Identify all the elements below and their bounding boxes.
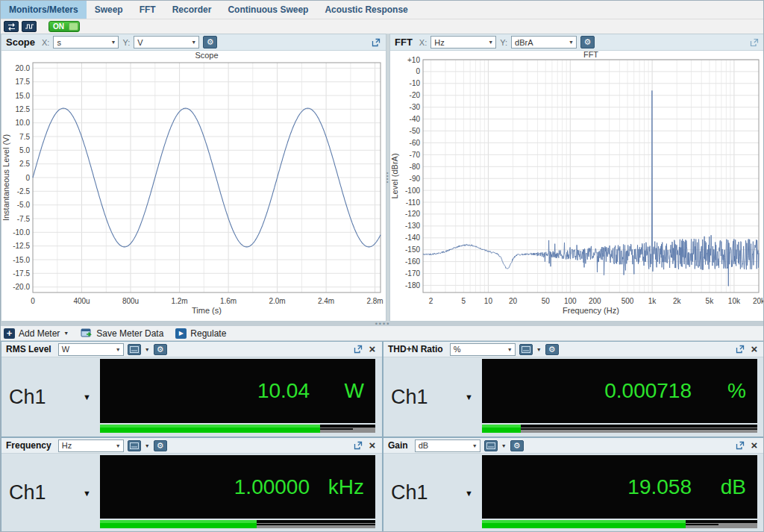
svg-text:0: 0 (416, 67, 420, 75)
gear-icon: ⚙ (548, 345, 556, 354)
tab-acoustic-response[interactable]: Acoustic Response (316, 1, 416, 19)
svg-text:0: 0 (31, 297, 35, 305)
svg-text:500: 500 (621, 297, 634, 305)
gear-icon: ⚙ (157, 441, 164, 451)
channel-select[interactable]: Ch1 ▼ (383, 454, 480, 532)
svg-text:1k: 1k (648, 297, 657, 305)
meter-toolbar: + Add Meter ▼ Save Meter Data ▶ Regulate (1, 326, 764, 341)
meter-bar-peak (257, 524, 375, 525)
scope-chart[interactable]: Scope20.017.515.012.510.07.55.02.50-2.5-… (1, 51, 386, 321)
svg-text:-140: -140 (405, 234, 420, 242)
svg-text:20k: 20k (753, 297, 764, 305)
meter-unit-select[interactable]: Hz ▼ (58, 439, 124, 452)
tab-monitors-meters[interactable]: Monitors/Meters (1, 1, 87, 19)
meter-unit-select[interactable]: % ▼ (450, 343, 516, 356)
fft-chart[interactable]: FFT+100-10-20-30-40-50-60-70-80-90-100-1… (390, 51, 764, 321)
svg-text:1.2m: 1.2m (171, 297, 187, 305)
meter-panel-thdn-ratio: THD+N Ratio % ▼ ▼ ⚙ × Ch1 ▼ (383, 341, 764, 437)
meter-panel-rms-level: RMS Level W ▼ ▼ ⚙ × Ch1 ▼ (1, 341, 383, 437)
generator-waveform-icon[interactable] (22, 21, 37, 32)
meter-bar-fill (100, 425, 320, 433)
scope-panel-header: Scope X: s ▼ Y: V ▼ ⚙ (1, 34, 386, 51)
meter-display: 0.000718 % (482, 359, 757, 423)
meter-body: Ch1 ▼ 19.058 dB (383, 454, 764, 532)
svg-text:15.0: 15.0 (16, 92, 31, 100)
svg-text:-20: -20 (410, 91, 421, 99)
scope-x-unit-select[interactable]: s ▼ (53, 36, 119, 48)
fft-y-unit-select[interactable]: dBrA ▼ (511, 36, 577, 48)
meter-title: Gain (388, 440, 408, 451)
chevron-down-icon: ▼ (465, 392, 473, 401)
chevron-down-icon[interactable]: ▼ (501, 443, 507, 448)
fft-panel-title: FFT (395, 37, 413, 48)
fft-x-unit-select[interactable]: Hz ▼ (430, 36, 496, 48)
meter-display-icon (522, 346, 530, 353)
meter-display-mode-button[interactable] (484, 440, 498, 451)
svg-text:Instantaneous Level (V): Instantaneous Level (V) (1, 134, 10, 221)
regulate-button[interactable]: ▶ Regulate (175, 328, 226, 339)
gear-icon: ⚙ (513, 441, 521, 451)
meter-bar-fill (100, 520, 257, 528)
chevron-down-icon[interactable]: ▼ (145, 347, 150, 352)
chevron-down-icon: ▼ (569, 40, 576, 45)
meter-unit: dB (692, 475, 757, 499)
scope-y-unit-select[interactable]: V ▼ (134, 36, 199, 48)
chevron-down-icon: ▼ (116, 443, 123, 448)
svg-text:-17.5: -17.5 (13, 269, 30, 278)
close-icon[interactable]: × (749, 440, 760, 451)
chevron-down-icon: ▼ (83, 392, 91, 401)
meter-display: 1.00000 kHz (100, 455, 375, 519)
vertical-splitter[interactable]: •••• (386, 34, 389, 322)
meter-unit-select[interactable]: W ▼ (58, 343, 124, 356)
plus-icon: + (4, 328, 15, 339)
svg-text:-70: -70 (410, 151, 421, 159)
meter-settings-button[interactable]: ⚙ (545, 344, 559, 355)
tab-sweep[interactable]: Sweep (87, 1, 131, 19)
meter-popout-button[interactable] (353, 344, 363, 354)
svg-text:5.0: 5.0 (19, 146, 30, 154)
tab-fft[interactable]: FFT (131, 1, 164, 19)
monitors-area: Scope X: s ▼ Y: V ▼ ⚙ (1, 34, 764, 322)
close-icon[interactable]: × (367, 344, 378, 354)
chevron-down-icon[interactable]: ▼ (145, 443, 150, 448)
save-meter-data-button[interactable]: Save Meter Data (81, 328, 163, 339)
meter-popout-button[interactable] (353, 440, 363, 451)
meter-popout-button[interactable] (735, 440, 745, 451)
svg-text:-2.5: -2.5 (17, 187, 31, 195)
close-icon[interactable]: × (367, 440, 378, 451)
scope-popout-button[interactable] (371, 37, 381, 48)
channel-select[interactable]: Ch1 ▼ (1, 454, 98, 532)
meter-header: Gain dB ▼ ▼ ⚙ × (383, 438, 764, 454)
meter-unit-select[interactable]: dB ▼ (415, 439, 480, 452)
svg-text:-100: -100 (405, 187, 420, 195)
channel-select[interactable]: Ch1 ▼ (383, 357, 480, 436)
popout-icon (354, 345, 363, 354)
meter-value: 10.04 (100, 379, 310, 403)
svg-text:5k: 5k (706, 297, 715, 305)
save-icon (81, 328, 93, 339)
signal-path-icon[interactable] (4, 21, 19, 32)
meter-display-mode-button[interactable] (128, 344, 141, 355)
svg-text:Frequency (Hz): Frequency (Hz) (563, 306, 619, 315)
svg-text:FFT: FFT (583, 51, 598, 59)
meter-settings-button[interactable]: ⚙ (154, 440, 167, 451)
close-icon[interactable]: × (749, 344, 760, 354)
generator-on-toggle[interactable]: ON (48, 21, 80, 32)
add-meter-button[interactable]: + Add Meter ▼ (4, 328, 69, 339)
tab-continuous-sweep[interactable]: Continuous Sweep (219, 1, 316, 19)
meter-settings-button[interactable]: ⚙ (510, 440, 524, 451)
popout-icon (372, 38, 381, 47)
meter-bar (100, 520, 375, 528)
tab-recorder[interactable]: Recorder (164, 1, 220, 19)
chevron-down-icon[interactable]: ▼ (536, 347, 542, 352)
svg-text:-50: -50 (410, 127, 421, 135)
meter-settings-button[interactable]: ⚙ (154, 344, 167, 355)
fft-settings-button[interactable]: ⚙ (580, 36, 595, 48)
svg-text:+10: +10 (407, 56, 420, 64)
fft-popout-button[interactable] (749, 37, 760, 48)
scope-settings-button[interactable]: ⚙ (203, 36, 217, 48)
meter-display-mode-button[interactable] (128, 440, 141, 451)
meter-display-mode-button[interactable] (519, 344, 533, 355)
channel-select[interactable]: Ch1 ▼ (1, 357, 98, 436)
meter-popout-button[interactable] (735, 344, 745, 354)
